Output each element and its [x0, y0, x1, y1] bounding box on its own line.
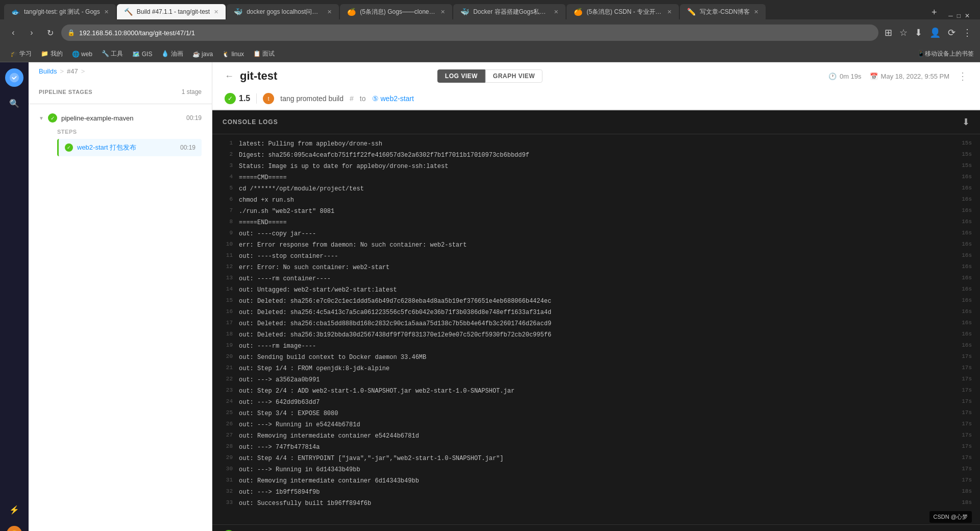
- tab-close-button[interactable]: ✕: [754, 9, 758, 15]
- log-number: 29: [220, 454, 233, 461]
- log-text: out: Deleted: sha256:cba15dd888bd168c283…: [239, 319, 955, 328]
- log-number: 2: [220, 151, 233, 157]
- log-timestamp: 17s: [962, 476, 972, 483]
- log-number: 28: [220, 443, 233, 449]
- browser-tab-tab7[interactable]: ✏️写文章-CSDN博客✕: [680, 4, 766, 19]
- log-timestamp: 16s: [962, 229, 972, 236]
- console-body: 1 latest: Pulling from appleboy/drone-ss…: [212, 134, 980, 524]
- hash-icon: #: [350, 94, 354, 103]
- tab-close-button[interactable]: ✕: [554, 9, 558, 15]
- tab-close-button[interactable]: ✕: [104, 9, 109, 15]
- bookmark-bm4[interactable]: 🔧 工具: [97, 48, 127, 60]
- download-logs-button[interactable]: ⬇: [962, 116, 970, 128]
- log-text: out: ---> 747fb477814a: [239, 443, 955, 452]
- step-name: web2-start 打包发布: [77, 143, 176, 152]
- log-timestamp: 17s: [962, 387, 972, 393]
- log-number: 22: [220, 375, 233, 382]
- address-bar[interactable]: 🔒 192.168.56.10:8000/tang/git-test/47/1/…: [61, 25, 878, 41]
- log-line: 32 out: ---> 1b9ff5894f9b 18s: [212, 487, 980, 498]
- stage-header[interactable]: ▼ ✓ pipeline-example-maven 00:19: [39, 113, 202, 123]
- log-timestamp: 15s: [962, 151, 972, 157]
- log-text: ./run.sh "web2-start" 8081: [239, 207, 955, 216]
- console-area: CONSOLE LOGS ⬇ 1 latest: Pulling from ap…: [212, 110, 980, 531]
- log-line: 6 chmod +x run.sh 16s: [212, 195, 980, 206]
- log-text: out: ----rm container----: [239, 274, 955, 283]
- user-avatar[interactable]: 😊: [7, 526, 22, 531]
- browser-tab-tab4[interactable]: 🍊(5条消息) Gogs——clone仓库✕: [340, 4, 452, 19]
- log-timestamp: 18s: [962, 499, 972, 505]
- extensions-icon[interactable]: ⊞: [883, 25, 894, 40]
- bookmark-star-icon[interactable]: ☆: [897, 25, 910, 40]
- bookmark-bm6[interactable]: 💧 油画: [157, 48, 187, 60]
- log-number: 12: [220, 263, 233, 270]
- browser-tab-tab1[interactable]: 🐟tang/git-test: git 测试 - Gogs✕: [4, 4, 116, 19]
- download-icon[interactable]: ⬇: [913, 25, 924, 40]
- tab-close-button[interactable]: ✕: [327, 9, 332, 15]
- browser-tab-tab3[interactable]: 🐳docker gogs localhost问题_E✕: [227, 4, 339, 19]
- main-content: ← git-test LOG VIEW GRAPH VIEW 🕐 0m 19s …: [212, 62, 980, 531]
- tab-icon: ✏️: [687, 8, 696, 16]
- browser-tab-tab6[interactable]: 🍊(5条消息) CSDN - 专业开发者✕: [567, 4, 679, 19]
- address-text: 192.168.56.10:8000/tang/git-test/47/1/1: [79, 29, 195, 37]
- log-number: 32: [220, 488, 233, 494]
- browser-tab-tab5[interactable]: 🐳Docker 容器搭建Gogs私服合✕: [453, 4, 566, 19]
- log-number: 15: [220, 297, 233, 303]
- bookmarks-bar: 🎓 学习📁 我的🌐 web🔧 工具🗺️ GIS💧 油画☕ java🐧 linux…: [0, 46, 980, 62]
- bookmark-bm9[interactable]: 📋 面试: [249, 48, 279, 60]
- tab-label: Docker 容器搭建Gogs私服合: [473, 8, 550, 16]
- log-line: 20 out: Sending build context to Docker …: [212, 352, 980, 363]
- bookmark-bm2[interactable]: 📁 我的: [37, 48, 66, 60]
- app-container: 🔍 ⚡ 😊 Builds > #47 > PIPELINE STAGES 1 s…: [0, 62, 980, 531]
- steps-section: STEPS ✓ web2-start 打包发布 00:19: [39, 123, 202, 156]
- browser-toolbar: ‹ › ↻ 🔒 192.168.56.10:8000/tang/git-test…: [0, 19, 980, 46]
- log-timestamp: 16s: [962, 196, 972, 202]
- back-button[interactable]: ←: [225, 71, 234, 82]
- maximize-button[interactable]: □: [957, 12, 961, 19]
- bookmark-bm8[interactable]: 🐧 linux: [218, 48, 248, 60]
- tab-close-button[interactable]: ✕: [667, 9, 672, 15]
- log-timestamp: 16s: [962, 330, 972, 337]
- app-logo[interactable]: [5, 68, 23, 87]
- more-options-button[interactable]: ⋮: [958, 70, 968, 82]
- minimize-button[interactable]: ─: [948, 12, 953, 19]
- log-text: out: Removing intermediate container 6d1…: [239, 476, 955, 486]
- forward-button[interactable]: ›: [24, 26, 39, 40]
- tab-close-button[interactable]: ✕: [440, 9, 445, 15]
- log-number: 23: [220, 387, 233, 393]
- log-timestamp: 16s: [962, 207, 972, 213]
- log-text: latest: Pulling from appleboy/drone-ssh: [239, 139, 955, 149]
- step-item[interactable]: ✓ web2-start 打包发布 00:19: [57, 139, 202, 156]
- stages-top: Builds > #47 >: [29, 62, 212, 80]
- bookmark-bm7[interactable]: ☕ java: [188, 48, 217, 60]
- tab-label: docker gogs localhost问题_E: [247, 8, 323, 16]
- log-text: out: Deleted: sha256:3b192bbda30d2567438…: [239, 330, 955, 340]
- pipeline-icon-btn[interactable]: ⚡: [6, 501, 22, 518]
- reload-button[interactable]: ↻: [43, 26, 57, 40]
- bookmark-bm5[interactable]: 🗺️ GIS: [128, 48, 156, 60]
- log-line: 30 out: ---> Running in 6d14343b49bb 17s: [212, 464, 980, 475]
- stage-duration: 00:19: [186, 114, 202, 122]
- bookmark-bm1[interactable]: 🎓 学习: [6, 48, 36, 60]
- new-tab-button[interactable]: +: [927, 5, 941, 19]
- log-timestamp: 15s: [962, 162, 972, 168]
- log-line: 23 out: Step 2/4 : ADD web2-start-1.0-SN…: [212, 385, 980, 397]
- log-view-button[interactable]: LOG VIEW: [437, 69, 485, 83]
- close-button[interactable]: ✕: [965, 12, 970, 19]
- graph-view-button[interactable]: GRAPH VIEW: [485, 69, 543, 83]
- bookmark-bm3[interactable]: 🌐 web: [68, 48, 96, 60]
- tab-close-button[interactable]: ✕: [214, 9, 218, 15]
- log-text: out: Step 1/4 : FROM openjdk:8-jdk-alpin…: [239, 364, 955, 373]
- profile-icon[interactable]: 👤: [927, 25, 943, 40]
- search-icon-btn[interactable]: 🔍: [6, 95, 22, 111]
- log-text: err: Error: No such container: web2-star…: [239, 263, 955, 272]
- log-number: 11: [220, 252, 233, 258]
- branch-icon: ⑤: [372, 94, 379, 103]
- log-line: 4 =====CMD===== 16s: [212, 172, 980, 183]
- sync-icon[interactable]: ⟳: [946, 25, 958, 40]
- settings-icon[interactable]: ⋮: [961, 25, 974, 40]
- breadcrumb-builds[interactable]: Builds: [39, 67, 57, 75]
- log-text: out: Successfully built 1b96ff894f6b: [239, 499, 955, 508]
- browser-tab-tab2[interactable]: 🔨Build #47.1.1 - tang/git-test✕: [117, 4, 226, 19]
- log-timestamp: 16s: [962, 308, 972, 315]
- back-button[interactable]: ‹: [6, 26, 20, 40]
